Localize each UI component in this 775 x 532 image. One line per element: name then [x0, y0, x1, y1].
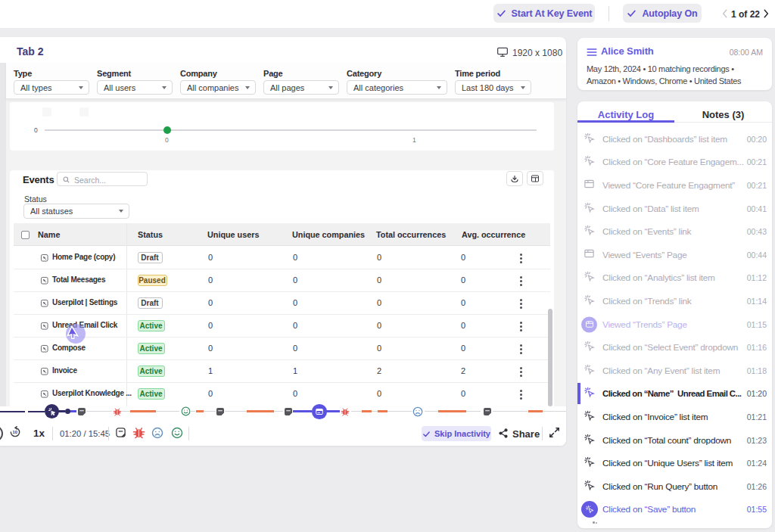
svg-text:10: 10: [13, 430, 17, 434]
